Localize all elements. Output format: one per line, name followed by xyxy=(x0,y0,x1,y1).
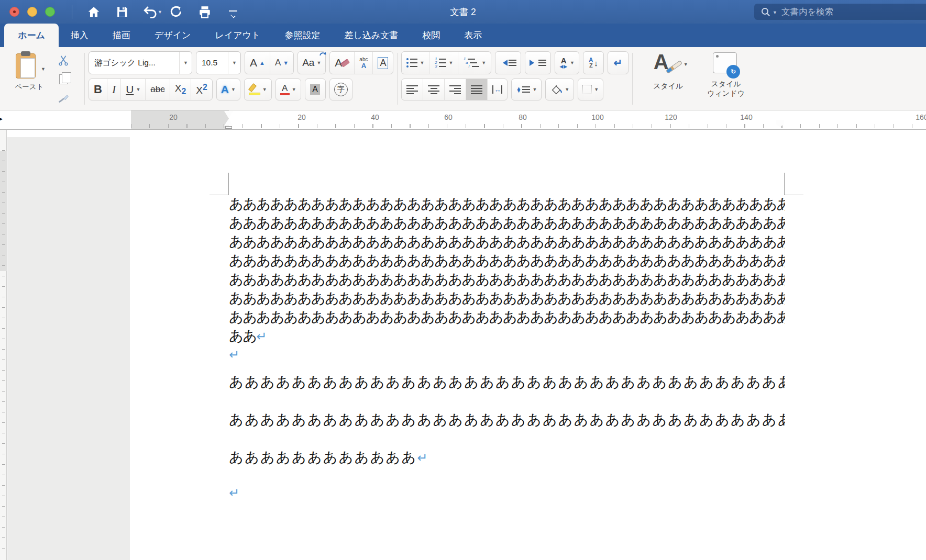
tab-mailings[interactable]: 差し込み文書 xyxy=(332,24,410,47)
clear-formatting-button[interactable]: A xyxy=(330,52,355,74)
search-input[interactable]: ▼ 文書内を検索 xyxy=(754,4,926,20)
align-left-button[interactable] xyxy=(402,79,423,100)
tab-design[interactable]: デザイン xyxy=(142,24,203,47)
home-quick-button[interactable] xyxy=(84,3,103,21)
tab-layout[interactable]: レイアウト xyxy=(203,24,272,47)
font-name-dropdown[interactable]: ▼ xyxy=(179,52,192,74)
undo-dropdown[interactable]: ▼ xyxy=(158,9,162,15)
font-name-select[interactable]: 游ゴシック Lig... ▼ xyxy=(89,51,192,74)
copy-button[interactable] xyxy=(56,73,71,85)
character-shading-button[interactable]: A xyxy=(305,79,326,100)
text-direction-dropdown[interactable]: ▼ xyxy=(570,60,575,65)
text-line[interactable]: ああ↵ xyxy=(229,327,785,345)
text-line[interactable]: ああああああああああああああああああああああああああああああああああああ xyxy=(229,363,785,401)
text-line[interactable]: ああああああああああああああああああああああああああああああああああああああああ… xyxy=(229,289,785,308)
strikethrough-button[interactable]: abc xyxy=(146,79,170,100)
decrease-indent-button[interactable] xyxy=(495,51,521,74)
multilevel-list-button[interactable]: 1 a i ▼ xyxy=(458,52,491,74)
line-spacing-button[interactable]: ▲▼ ▼ xyxy=(511,79,542,100)
highlight-dropdown[interactable]: ▼ xyxy=(262,87,267,92)
multilevel-dropdown[interactable]: ▼ xyxy=(481,60,486,65)
highlighter-icon xyxy=(249,84,260,95)
tab-insert[interactable]: 挿入 xyxy=(59,24,101,47)
bullets-dropdown[interactable]: ▼ xyxy=(420,60,424,65)
tab-selector-icon[interactable]: ▶ xyxy=(0,115,3,122)
phonetic-guide-button[interactable]: abcA xyxy=(355,52,373,74)
save-button[interactable] xyxy=(113,3,131,21)
redo-button[interactable] xyxy=(167,3,186,21)
shading-dropdown[interactable]: ▼ xyxy=(565,87,569,92)
change-case-dropdown[interactable]: ▼ xyxy=(316,60,321,65)
customize-toolbar-button[interactable] xyxy=(224,3,242,21)
line-spacing-dropdown[interactable]: ▼ xyxy=(532,87,537,92)
empty-paragraph[interactable]: ↵ xyxy=(229,345,239,364)
undo-button[interactable] xyxy=(141,3,160,21)
text-line[interactable]: ああああああああああああああああああああああああああああああああああああああああ… xyxy=(229,270,785,289)
justify-button[interactable] xyxy=(466,79,488,100)
text-line[interactable]: ああああああああああああああああああああああああああああああああああああ xyxy=(229,401,785,439)
underline-button[interactable]: U▼ xyxy=(121,79,146,100)
close-button[interactable] xyxy=(9,7,19,17)
minimize-button[interactable] xyxy=(27,7,37,17)
indent-marker[interactable] xyxy=(224,111,233,129)
font-color-button[interactable]: A ▼ xyxy=(275,79,301,100)
vertical-ruler[interactable] xyxy=(0,130,7,560)
text-effects-button[interactable]: A▼ xyxy=(216,79,240,100)
font-color-icon: A xyxy=(280,84,290,95)
change-case-button[interactable]: Aa ▼ xyxy=(297,51,326,74)
horizontal-ruler[interactable]: ▶ 20 20 40 60 80 100 120 140 160 xyxy=(0,110,926,130)
italic-button[interactable]: I xyxy=(107,79,121,100)
text-direction-button[interactable]: A◀▶ ▼ xyxy=(555,51,579,74)
font-color-dropdown[interactable]: ▼ xyxy=(292,87,296,92)
enclose-characters-button[interactable]: 字 xyxy=(329,79,352,100)
style-window-label-2: ウィンドウ xyxy=(707,89,745,97)
styles-button[interactable]: A ▼ スタイル xyxy=(650,52,686,108)
numbering-dropdown[interactable]: ▼ xyxy=(448,60,453,65)
text-line[interactable]: ああああああああああああああああああああああああああああああああああああああああ… xyxy=(229,232,785,251)
cut-button[interactable] xyxy=(56,54,71,66)
show-formatting-marks-button[interactable]: ↵ xyxy=(608,51,629,74)
distribute-button[interactable]: ↔ xyxy=(488,79,507,100)
paste-dropdown[interactable]: ▼ xyxy=(41,66,46,72)
text-line[interactable]: ああああああああああああああああああああああああああああああああああああああああ… xyxy=(229,214,785,232)
style-window-button[interactable]: ↻ スタイル ウィンドウ xyxy=(704,52,748,108)
font-style-segment: B I U▼ abc X2 X2 xyxy=(89,79,213,100)
format-painter-button[interactable] xyxy=(56,92,71,104)
align-center-button[interactable] xyxy=(423,79,445,100)
grow-font-button[interactable]: A▲ xyxy=(245,52,270,74)
shading-button[interactable]: ▼ xyxy=(545,79,574,100)
tab-references[interactable]: 参照設定 xyxy=(272,24,332,47)
subscript-button[interactable]: X2 xyxy=(170,79,192,100)
highlight-button[interactable]: ▼ xyxy=(244,79,272,100)
text-line[interactable]: ああああああああああああああああああああああああああああああああああああああああ… xyxy=(229,195,785,214)
styles-dropdown[interactable]: ▼ xyxy=(684,62,688,67)
character-border-button[interactable]: A xyxy=(373,52,393,74)
print-button[interactable] xyxy=(195,3,214,21)
borders-button[interactable]: ▼ xyxy=(578,79,603,100)
bold-button[interactable]: B xyxy=(89,79,107,100)
search-scope-chevron-icon[interactable]: ▼ xyxy=(773,10,777,15)
zoom-button[interactable] xyxy=(45,7,55,17)
change-case-arrow-icon xyxy=(319,51,326,57)
text-line[interactable]: ああああああああああああ↵ xyxy=(229,439,785,476)
font-size-dropdown[interactable]: ▼ xyxy=(228,52,240,74)
align-right-button[interactable] xyxy=(445,79,466,100)
numbering-button[interactable]: 1 2 3 ▼ xyxy=(429,52,458,74)
text-line[interactable]: ああああああああああああああああああああああああああああああああああああああああ… xyxy=(229,308,785,327)
tab-review[interactable]: 校閲 xyxy=(410,24,452,47)
increase-indent-button[interactable] xyxy=(525,51,551,74)
tab-home[interactable]: ホーム xyxy=(4,24,59,47)
superscript-button[interactable]: X2 xyxy=(191,79,212,100)
font-size-select[interactable]: 10.5 ▼ xyxy=(196,51,241,74)
text-effects-dropdown[interactable]: ▼ xyxy=(231,87,236,92)
borders-dropdown[interactable]: ▼ xyxy=(594,87,599,92)
bullets-button[interactable]: ▼ xyxy=(402,52,429,74)
sort-button[interactable]: AZ↓ xyxy=(583,51,604,74)
tab-view[interactable]: 表示 xyxy=(452,24,494,47)
tab-draw[interactable]: 描画 xyxy=(101,24,142,47)
shrink-font-button[interactable]: A▼ xyxy=(270,52,293,74)
empty-paragraph[interactable]: ↵ xyxy=(229,484,239,502)
underline-dropdown[interactable]: ▼ xyxy=(136,87,140,92)
document-area[interactable]: ああああああああああああああああああああああああああああああああああああああああ… xyxy=(0,130,926,560)
text-line[interactable]: ああああああああああああああああああああああああああああああああああああああああ… xyxy=(229,251,785,270)
